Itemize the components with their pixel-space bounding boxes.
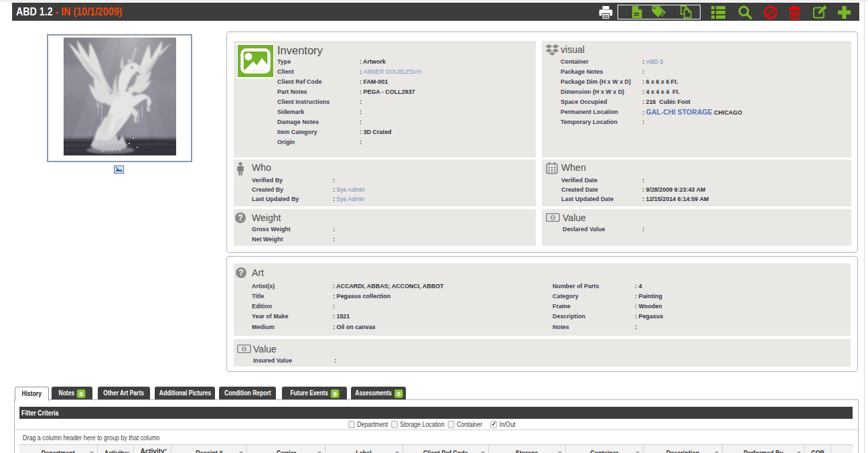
svg-text:?: ? [238, 213, 242, 222]
svg-text:0: 0 [243, 346, 246, 351]
svg-text:0: 0 [552, 215, 555, 220]
svg-text:?: ? [238, 268, 243, 277]
